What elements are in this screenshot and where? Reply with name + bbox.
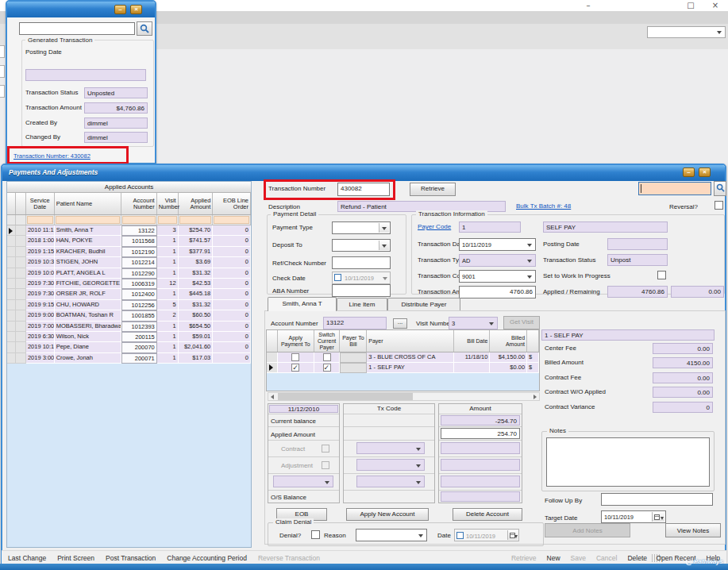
- window-minimize-icon[interactable]: –: [583, 1, 594, 10]
- search-button[interactable]: [137, 21, 152, 36]
- delete-account-button[interactable]: Delete Account: [453, 508, 522, 521]
- contract-txcode-dropdown[interactable]: [356, 442, 425, 454]
- table-row[interactable]: 3 - BLUE CROSS OF CA 11/18/10 $4,150.00 …: [267, 352, 539, 363]
- extra-txcode-dropdown[interactable]: [356, 476, 425, 487]
- row-selector-cell[interactable]: [16, 268, 26, 279]
- row-selector-cell[interactable]: [16, 332, 26, 342]
- filter-input[interactable]: [179, 216, 212, 224]
- minimize-button[interactable]: –: [683, 168, 695, 177]
- window-restore-icon[interactable]: □: [685, 1, 696, 10]
- transaction-amount-input[interactable]: 4760.86: [459, 286, 536, 298]
- row-selector-cell[interactable]: [16, 322, 26, 332]
- minimize-button[interactable]: –: [114, 5, 126, 14]
- denial-date-picker[interactable]: 10/11/2019: [454, 529, 519, 541]
- col-eob-line-order[interactable]: EOB Line Order: [213, 193, 251, 214]
- row-selector-cell[interactable]: [16, 236, 26, 246]
- table-row[interactable]: 1 - SELF PAY $0.00 $: [267, 363, 539, 373]
- adjustment-checkbox[interactable]: [322, 461, 329, 469]
- apply-payment-cell[interactable]: [278, 352, 314, 363]
- horizontal-scrollbar[interactable]: [268, 392, 540, 401]
- switch-payer-cell[interactable]: [314, 352, 341, 363]
- search-button[interactable]: [714, 181, 726, 196]
- calendar-button[interactable]: [652, 512, 664, 522]
- payer-code-link[interactable]: Payer Code: [418, 223, 451, 230]
- denial-checkbox[interactable]: [311, 530, 320, 539]
- apply-payment-checkbox[interactable]: [291, 364, 299, 372]
- apply-payment-checkbox[interactable]: [291, 353, 299, 361]
- col-apply-payment-to[interactable]: Apply Payment To: [278, 330, 314, 352]
- get-visit-button[interactable]: Get Visit: [503, 316, 540, 329]
- contract-checkbox[interactable]: [322, 445, 329, 453]
- switch-payer-checkbox[interactable]: [323, 364, 331, 372]
- top-right-dropdown[interactable]: [647, 26, 726, 38]
- dropdown-button[interactable]: [379, 223, 389, 233]
- window-close-icon[interactable]: ×: [710, 1, 721, 10]
- filter-input[interactable]: [56, 216, 120, 224]
- statusbar-action[interactable]: Change Accounting Period: [167, 554, 247, 562]
- account-lookup-button[interactable]: ...: [393, 318, 407, 329]
- retrieve-button[interactable]: Retrieve: [410, 183, 456, 196]
- check-date-checkbox[interactable]: [334, 274, 341, 281]
- table-row[interactable]: 2019 6:30:0 Wilson, Nick 200115 1 $59.01…: [7, 332, 251, 342]
- wip-checkbox[interactable]: [657, 271, 666, 279]
- statusbar-action[interactable]: Delete: [627, 554, 647, 562]
- row-selector-cell[interactable]: [16, 353, 26, 364]
- statusbar-action[interactable]: Save: [571, 554, 586, 562]
- calendar-button[interactable]: [507, 530, 518, 540]
- col-billed-amount[interactable]: Billed Amount: [490, 330, 527, 352]
- statusbar-action[interactable]: Cancel: [596, 554, 617, 562]
- table-row[interactable]: 2010 11:15: Smith, Anna T 13122 3 $254.7…: [7, 225, 251, 236]
- main-title-bar[interactable]: Payments And Adjustments – ×: [2, 165, 725, 181]
- applied-amount-input[interactable]: 254.70: [441, 428, 520, 439]
- col-patient-name[interactable]: Patient Name: [55, 193, 121, 214]
- row-selector-cell[interactable]: [16, 342, 26, 352]
- row-selector-cell[interactable]: [16, 257, 26, 268]
- statusbar-action[interactable]: Post Transaction: [106, 554, 156, 562]
- row-selector-cell[interactable]: [16, 247, 26, 257]
- scrollbar-thumb[interactable]: [278, 393, 413, 400]
- switch-payer-checkbox[interactable]: [323, 353, 331, 361]
- check-date-picker[interactable]: 10/11/2019: [332, 272, 391, 284]
- close-button[interactable]: ×: [130, 5, 142, 14]
- table-row[interactable]: 2019 9:00:0 BOATMAN, Toshan R 1001855 2 …: [7, 310, 251, 321]
- table-row[interactable]: 2018 1:00:0 HAN, POKYE 1011568 1 $741.57…: [7, 236, 251, 246]
- filter-input[interactable]: [214, 216, 249, 224]
- quick-search-input[interactable]: [638, 182, 711, 195]
- filter-input[interactable]: [122, 216, 156, 224]
- visit-number-dropdown[interactable]: 3: [449, 317, 498, 329]
- table-row[interactable]: 2019 9:15:0 CHU, HOWARD 1012256 5 $31.32…: [7, 300, 251, 310]
- scroll-right-button[interactable]: [530, 393, 539, 400]
- adjustment-txcode-dropdown[interactable]: [356, 459, 425, 471]
- table-row[interactable]: 2019 7:30:0 ORSER JR, ROLF 1012400 1 $44…: [7, 289, 251, 299]
- statusbar-action[interactable]: Print Screen: [57, 554, 94, 562]
- statusbar-action[interactable]: Retrieve: [511, 554, 537, 562]
- table-row[interactable]: 2019 7:00:0 MOBASSERI, Bharadwa 1012393 …: [7, 322, 251, 332]
- col-visit-number[interactable]: Visit Number: [157, 193, 179, 214]
- table-row[interactable]: 2019 7:30:0 FITCHIE, GEORGETTE 1006319 1…: [7, 279, 251, 289]
- col-bill-date[interactable]: Bill Date: [454, 330, 491, 352]
- extra-type-dropdown[interactable]: [273, 476, 333, 487]
- statusbar-action[interactable]: Reverse Transaction: [258, 554, 320, 562]
- table-row[interactable]: 2019 1:15:0 KRACHER, Budhil 1012190 1 $3…: [7, 247, 251, 257]
- bulk-tx-batch-link[interactable]: Bulk Tx Batch #: 48: [516, 202, 571, 210]
- apply-new-account-button[interactable]: Apply New Account: [346, 508, 429, 521]
- filter-input[interactable]: [27, 216, 53, 224]
- filter-input[interactable]: [158, 216, 177, 224]
- row-selector-cell[interactable]: [16, 310, 26, 321]
- switch-payer-cell[interactable]: [314, 363, 341, 373]
- apply-payment-cell[interactable]: [278, 363, 314, 373]
- tab-patient[interactable]: Smith, Anna T: [268, 297, 337, 311]
- follow-up-by-input[interactable]: [601, 493, 713, 506]
- col-service-date[interactable]: Service Date: [26, 193, 55, 214]
- transaction-code-dropdown[interactable]: 9001: [459, 270, 536, 283]
- col-payer[interactable]: Payer: [367, 330, 453, 352]
- dialog-title-bar[interactable]: – ×: [7, 2, 155, 17]
- reason-dropdown[interactable]: [356, 529, 427, 541]
- col-applied-amount[interactable]: Applied Amount: [179, 193, 214, 214]
- table-row[interactable]: 2019 3:00:0 Crowe, Jonah 200071 1 $17.03…: [7, 353, 251, 364]
- view-notes-button[interactable]: View Notes: [665, 523, 721, 537]
- scroll-left-button[interactable]: [268, 393, 277, 400]
- dropdown-button[interactable]: [379, 241, 389, 250]
- row-selector-cell[interactable]: [16, 300, 26, 310]
- col-account-number[interactable]: Account Number: [121, 193, 157, 214]
